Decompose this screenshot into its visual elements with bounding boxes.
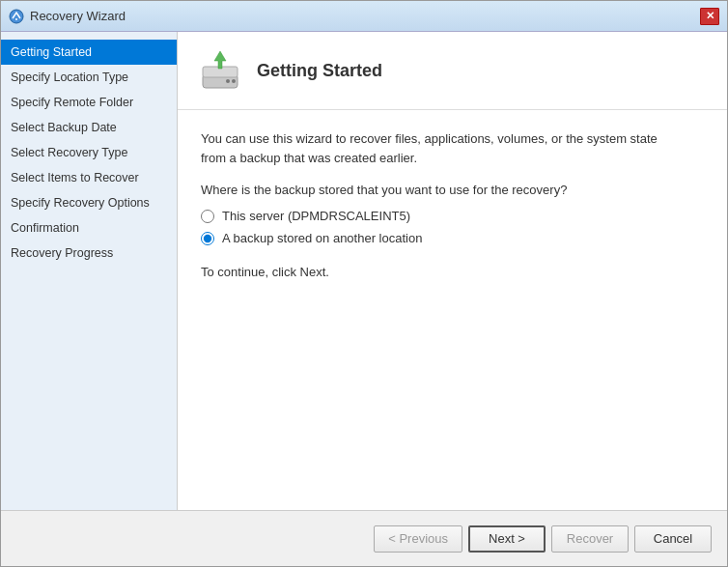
radio-options: This server (DPMDRSCALEINT5)A backup sto… — [201, 209, 704, 245]
description: You can use this wizard to recover files… — [201, 129, 704, 167]
content-area: Getting StartedSpecify Location TypeSpec… — [1, 32, 727, 510]
cancel-button[interactable]: Cancel — [634, 525, 712, 553]
radio-input-another-location[interactable] — [201, 232, 214, 245]
svg-point-1 — [15, 18, 17, 20]
title-bar: Recovery Wizard ✕ — [1, 1, 727, 32]
footer: < Previous Next > Recover Cancel — [1, 510, 727, 566]
sidebar-item-getting-started[interactable]: Getting Started — [1, 40, 177, 65]
app-icon — [9, 9, 24, 24]
question-text: Where is the backup stored that you want… — [201, 183, 704, 197]
next-button[interactable]: Next > — [468, 525, 546, 553]
sidebar: Getting StartedSpecify Location TypeSpec… — [1, 32, 178, 510]
header-title: Getting Started — [257, 61, 382, 81]
previous-button[interactable]: < Previous — [374, 525, 462, 553]
dialog-window: Recovery Wizard ✕ Getting StartedSpecify… — [0, 0, 728, 567]
radio-label-this-server: This server (DPMDRSCALEINT5) — [222, 209, 410, 223]
sidebar-item-select-backup-date[interactable]: Select Backup Date — [1, 115, 177, 140]
sidebar-item-select-items-to-recover[interactable]: Select Items to Recover — [1, 165, 177, 190]
sidebar-item-specify-location-type[interactable]: Specify Location Type — [1, 65, 177, 90]
svg-marker-6 — [214, 51, 226, 69]
header-section: Getting Started — [178, 32, 727, 110]
main-content: Getting Started You can use this wizard … — [178, 32, 727, 510]
close-button[interactable]: ✕ — [700, 8, 719, 25]
svg-point-5 — [226, 79, 230, 83]
wizard-icon — [197, 47, 243, 94]
recover-button[interactable]: Recover — [551, 525, 629, 553]
sidebar-item-specify-remote-folder[interactable]: Specify Remote Folder — [1, 90, 177, 115]
body-section: You can use this wizard to recover files… — [178, 110, 727, 510]
title-bar-left: Recovery Wizard — [9, 9, 126, 24]
radio-label-another-location: A backup stored on another location — [222, 231, 422, 245]
sidebar-item-specify-recovery-options[interactable]: Specify Recovery Options — [1, 190, 177, 215]
continue-text: To continue, click Next. — [201, 265, 704, 279]
sidebar-item-recovery-progress[interactable]: Recovery Progress — [1, 241, 177, 266]
radio-option-this-server[interactable]: This server (DPMDRSCALEINT5) — [201, 209, 704, 223]
title-text: Recovery Wizard — [30, 9, 126, 23]
radio-input-this-server[interactable] — [201, 210, 214, 223]
sidebar-item-confirmation[interactable]: Confirmation — [1, 215, 177, 241]
sidebar-item-select-recovery-type[interactable]: Select Recovery Type — [1, 140, 177, 165]
radio-option-another-location[interactable]: A backup stored on another location — [201, 231, 704, 245]
svg-point-4 — [232, 79, 236, 83]
